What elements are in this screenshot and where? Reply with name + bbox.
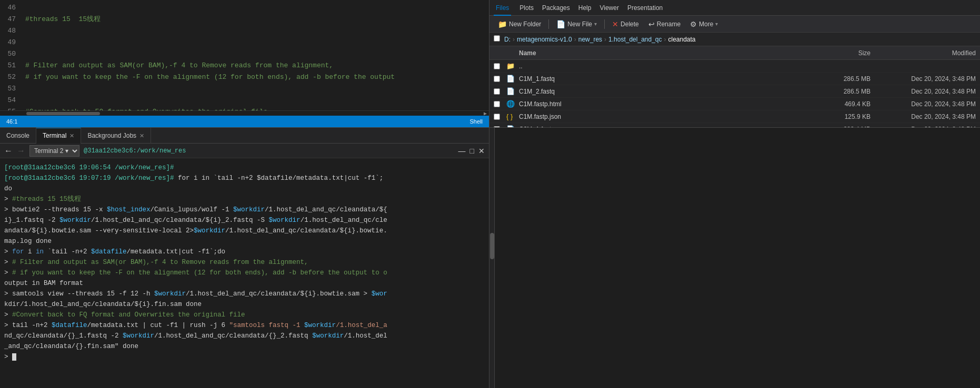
tab-help[interactable]: Help: [578, 4, 592, 12]
file-row[interactable]: { }C1M.fastp.json125.9 KBDec 20, 2024, 3…: [489, 110, 980, 123]
terminal-toolbar: ← → Terminal 2 ▾ @31aa12cbe3c6:/work/new…: [0, 144, 489, 158]
new-folder-button[interactable]: 📁 New Folder: [494, 18, 545, 30]
code-line-55: 55 #Convert back to FQ format and Overwr…: [0, 106, 489, 110]
window-controls: — □ ✕: [458, 147, 485, 155]
line-text: # Filter and output as SAM(or BAM),-f 4 …: [21, 60, 333, 72]
file-checkbox[interactable]: [494, 76, 500, 82]
file-checkbox[interactable]: [494, 88, 500, 95]
more-button[interactable]: ⚙ More ▾: [686, 18, 722, 30]
terminal-nav-forward[interactable]: →: [17, 146, 25, 156]
breadcrumb-sep2: ›: [574, 36, 576, 43]
tab-packages[interactable]: Packages: [542, 4, 570, 12]
file-name: ..: [519, 63, 807, 70]
line-number: 53: [0, 83, 21, 95]
breadcrumb-drive[interactable]: D:: [504, 36, 511, 43]
line-number: 52: [0, 72, 21, 83]
code-line-52: 52 # if you want to keep the -F on the a…: [0, 72, 489, 83]
terminal-line-10: > # Filter and output as SAM(or BAM),-f …: [4, 257, 485, 268]
terminal-content[interactable]: [root@31aa12cbe3c6 19:06:54 /work/new_re…: [0, 158, 489, 388]
code-line-50: 50 for i in `tail -n+2 $datafile/metadat…: [0, 48, 489, 60]
background-jobs-label: Background Jobs: [87, 128, 136, 144]
editor-mode: Shell: [470, 118, 483, 125]
file-name: C1M.fastp.json: [519, 113, 807, 120]
code-line-51: 51 # Filter and output as SAM(or BAM),-f…: [0, 60, 489, 72]
file-modified: Dec 20, 2024, 3:48 PM: [871, 100, 976, 108]
more-icon: ⚙: [690, 20, 697, 28]
line-number: 54: [0, 95, 21, 106]
terminal-line-11: > # if you want to keep the -F on the al…: [4, 268, 485, 278]
line-text: #Convert back to FQ format and Overwrite…: [21, 106, 267, 110]
new-file-dropdown-icon[interactable]: ▾: [594, 21, 597, 27]
file-row[interactable]: 📄C1M_2.fastq286.5 MBDec 20, 2024, 3:48 P…: [489, 85, 980, 98]
terminal-line-6: i}_1.fastq -2 $workdir/1.host_del_and_qc…: [4, 215, 485, 226]
terminal-vscrollbar[interactable]: [489, 128, 495, 388]
file-checkbox[interactable]: [494, 101, 500, 107]
file-checkbox[interactable]: [494, 63, 500, 69]
tab-console[interactable]: Console: [0, 128, 36, 144]
terminal-line-16: > tail -n+2 $datafile/metadata.txt | cut…: [4, 320, 485, 331]
code-line-54: 54: [0, 95, 489, 106]
breadcrumb-path2[interactable]: new_res: [578, 36, 602, 43]
bottom-panel: Console Terminal ✕ Background Jobs ✕ ← →…: [0, 127, 980, 388]
new-file-button[interactable]: 📄 New File ▾: [552, 18, 601, 30]
header-size[interactable]: Size: [807, 49, 871, 57]
file-row[interactable]: 📄C1M_1.fastq286.5 MBDec 20, 2024, 3:48 P…: [489, 73, 980, 85]
rename-button[interactable]: ↩ Rename: [644, 18, 685, 30]
breadcrumb-checkbox[interactable]: [494, 35, 500, 43]
file-browser-tabs: Files Plots Packages Help Viewer Present…: [489, 0, 980, 16]
line-number: 51: [0, 60, 21, 72]
file-row[interactable]: 📄C2M_1.fastq288.4 MBDec 20, 2024, 3:48 P…: [489, 123, 980, 127]
terminal-line-2: [root@31aa12cbe3c6 19:07:19 /work/new_re…: [4, 173, 485, 183]
terminal-line-5: > bowtie2 --threads 15 -x $host_index/Ca…: [4, 205, 485, 215]
vscrollbar-thumb[interactable]: [490, 233, 494, 259]
panel-tabs: Console Terminal ✕ Background Jobs ✕: [0, 128, 489, 144]
terminal-line-15: > #Convert back to FQ format and Overwri…: [4, 310, 485, 320]
file-modified: Dec 20, 2024, 3:48 PM: [871, 75, 976, 83]
file-row[interactable]: 🌐C1M.fastp.html469.4 KBDec 20, 2024, 3:4…: [489, 98, 980, 110]
tab-terminal[interactable]: Terminal ✕: [36, 128, 81, 144]
delete-button[interactable]: ✕ Delete: [608, 18, 643, 30]
file-plus-icon: 📄: [556, 20, 565, 28]
editor-status-bar: 46:1 Shell: [0, 116, 489, 127]
editor-horizontal-scrollbar[interactable]: ▶: [0, 110, 489, 116]
file-icon: 📁: [506, 62, 519, 70]
line-number: 55: [0, 106, 21, 110]
bg-jobs-tab-close[interactable]: ✕: [139, 128, 144, 144]
file-row[interactable]: 📁..: [489, 60, 980, 73]
terminal-tab-close[interactable]: ✕: [69, 128, 74, 144]
tab-plots[interactable]: Plots: [519, 4, 534, 12]
empty-right: [495, 128, 980, 388]
file-size: 125.9 KB: [807, 113, 871, 120]
delete-icon: ✕: [612, 20, 618, 28]
tab-files[interactable]: Files: [494, 0, 511, 16]
tab-viewer[interactable]: Viewer: [599, 4, 618, 12]
terminal-line-4: > #threads 15 15线程: [4, 194, 485, 205]
file-checkbox[interactable]: [494, 114, 500, 120]
maximize-button[interactable]: □: [470, 147, 474, 155]
terminal-line-13: > samtools view --threads 15 -f 12 -h $w…: [4, 289, 485, 299]
terminal-dropdown[interactable]: Terminal 2 ▾: [29, 145, 79, 157]
line-number: 47: [0, 14, 21, 25]
breadcrumb-path1[interactable]: metagenomics-v1.0: [517, 36, 572, 43]
code-line-48: 48 bowtie2 --threads 15 -x $host_index/C…: [0, 25, 489, 37]
scrollbar-thumb[interactable]: [26, 112, 100, 115]
breadcrumb-sep4: ›: [664, 36, 666, 43]
terminal-nav-back[interactable]: ←: [4, 146, 13, 156]
more-dropdown-icon[interactable]: ▾: [715, 21, 718, 27]
tab-presentation[interactable]: Presentation: [627, 4, 663, 12]
code-line-46: 46: [0, 2, 489, 14]
close-terminal-button[interactable]: ✕: [478, 147, 485, 155]
file-modified: Dec 20, 2024, 3:48 PM: [871, 113, 976, 120]
line-text: [21, 95, 25, 106]
breadcrumb-sep1: ›: [513, 36, 515, 43]
terminal-path: @31aa12cbe3c6:/work/new_res: [84, 147, 186, 155]
header-name[interactable]: Name: [519, 49, 807, 57]
file-icon: 📄: [506, 75, 519, 83]
file-size: 286.5 MB: [807, 75, 871, 83]
terminal-line-18: _and_qc/cleandata/{}.fin.sam" done: [4, 341, 485, 352]
toolbar-sep1: [548, 19, 549, 29]
breadcrumb-path3[interactable]: 1.host_del_and_qc: [608, 36, 662, 43]
tab-background-jobs[interactable]: Background Jobs ✕: [81, 128, 151, 144]
select-all-checkbox[interactable]: [494, 35, 500, 42]
minimize-button[interactable]: —: [458, 147, 466, 155]
